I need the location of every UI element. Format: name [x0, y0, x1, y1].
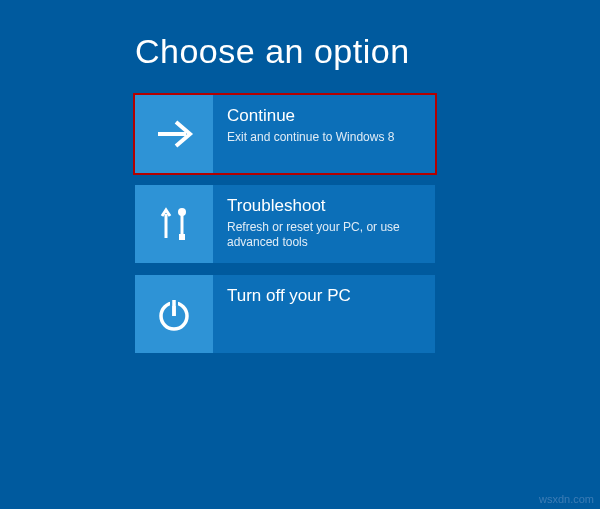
svg-point-3: [178, 208, 186, 216]
svg-rect-4: [179, 234, 185, 240]
watermark: wsxdn.com: [539, 493, 594, 505]
option-desc: Exit and continue to Windows 8: [227, 130, 394, 145]
page-title: Choose an option: [135, 32, 600, 71]
option-continue[interactable]: Continue Exit and continue to Windows 8: [135, 95, 435, 173]
tools-icon: [135, 185, 213, 263]
option-title: Continue: [227, 105, 394, 126]
option-desc: Refresh or reset your PC, or use advance…: [227, 220, 417, 250]
option-turn-off[interactable]: Turn off your PC: [135, 275, 435, 353]
arrow-right-icon: [135, 95, 213, 173]
boot-options-screen: Choose an option Continue Exit and conti…: [0, 0, 600, 353]
option-text: Turn off your PC: [213, 275, 363, 353]
option-title: Troubleshoot: [227, 195, 417, 216]
power-icon: [135, 275, 213, 353]
option-text: Continue Exit and continue to Windows 8: [213, 95, 406, 173]
option-text: Troubleshoot Refresh or reset your PC, o…: [213, 185, 429, 263]
option-title: Turn off your PC: [227, 285, 351, 306]
option-troubleshoot[interactable]: Troubleshoot Refresh or reset your PC, o…: [135, 185, 435, 263]
